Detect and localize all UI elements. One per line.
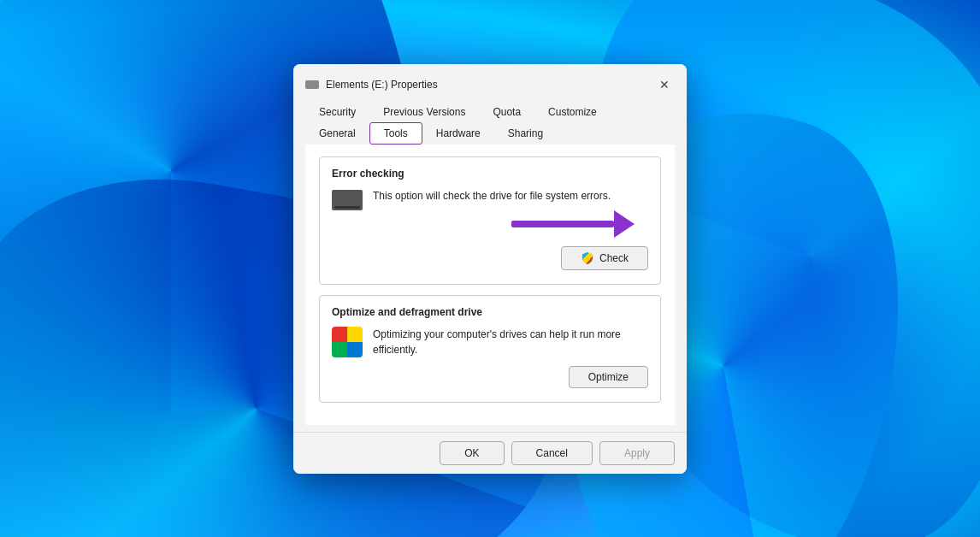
dialog-footer: OK Cancel Apply <box>293 432 687 474</box>
optimize-button-label: Optimize <box>588 371 629 383</box>
defrag-q2 <box>347 327 363 342</box>
optimize-section: Optimize and defragment drive Optimizing… <box>319 295 661 403</box>
optimize-body: Optimizing your computer's drives can he… <box>332 327 648 357</box>
tab-general[interactable]: General <box>305 122 369 145</box>
close-button[interactable]: ✕ <box>652 73 676 97</box>
tab-customize[interactable]: Customize <box>534 102 611 122</box>
tab-security[interactable]: Security <box>305 102 369 122</box>
check-button-label: Check <box>599 252 629 264</box>
tabs-row-1: Security Previous Versions Quota Customi… <box>305 102 675 122</box>
optimize-title: Optimize and defragment drive <box>332 306 648 318</box>
tab-previous-versions[interactable]: Previous Versions <box>369 102 479 122</box>
optimize-actions: Optimize <box>332 366 648 388</box>
check-button[interactable]: Check <box>561 246 648 270</box>
title-bar-left: Elements (E:) Properties <box>305 79 438 91</box>
arrow-container <box>332 210 648 238</box>
error-checking-body: This option will check the drive for fil… <box>332 188 648 210</box>
dialog-icon <box>305 80 319 89</box>
drive-icon <box>332 190 363 210</box>
defrag-q4 <box>347 342 363 357</box>
dialog-title: Elements (E:) Properties <box>326 79 438 91</box>
cancel-button[interactable]: Cancel <box>511 441 593 465</box>
defrag-q3 <box>332 342 347 357</box>
properties-dialog: Elements (E:) Properties ✕ Security Prev… <box>293 64 687 474</box>
error-check-actions: Check <box>332 246 648 270</box>
defrag-q1 <box>332 327 347 342</box>
tab-tools[interactable]: Tools <box>369 122 422 145</box>
title-bar: Elements (E:) Properties ✕ <box>293 64 687 102</box>
error-checking-section: Error checking This option will check th… <box>319 156 661 285</box>
optimize-button[interactable]: Optimize <box>569 366 648 388</box>
tabs-container: Security Previous Versions Quota Customi… <box>293 102 687 145</box>
error-checking-title: Error checking <box>332 168 648 180</box>
tabs-row-2: General Tools Hardware Sharing <box>305 122 675 145</box>
optimize-description: Optimizing your computer's drives can he… <box>373 327 648 357</box>
defrag-icon <box>332 327 363 357</box>
ok-button[interactable]: OK <box>440 441 504 465</box>
tab-quota[interactable]: Quota <box>479 102 534 122</box>
shield-icon <box>581 251 594 265</box>
purple-arrow <box>511 210 635 238</box>
arrow-shaft <box>511 221 614 227</box>
content-area: Error checking This option will check th… <box>305 145 675 425</box>
tab-sharing[interactable]: Sharing <box>494 122 557 145</box>
tab-hardware[interactable]: Hardware <box>422 122 494 145</box>
dialog-overlay: Elements (E:) Properties ✕ Security Prev… <box>0 0 980 537</box>
apply-button[interactable]: Apply <box>599 441 675 465</box>
error-checking-description: This option will check the drive for fil… <box>373 188 648 204</box>
arrow-head <box>614 210 635 238</box>
